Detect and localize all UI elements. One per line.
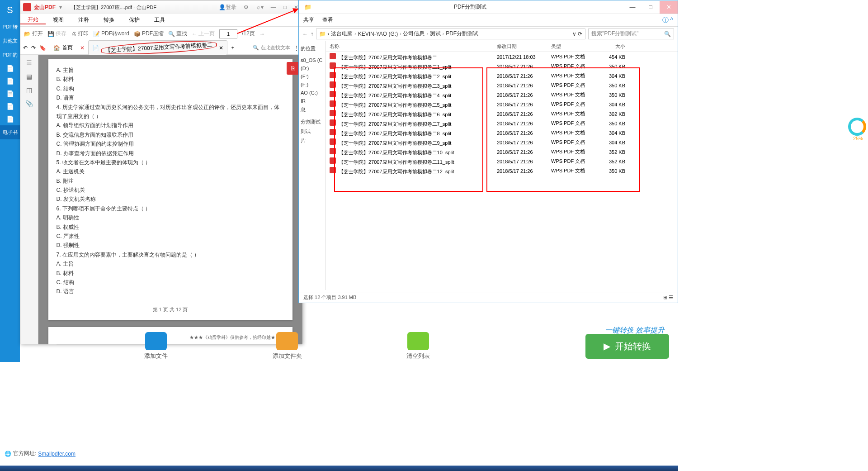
print-button[interactable]: 🖨打印	[71, 30, 89, 38]
tree-item[interactable]: (D:)	[301, 64, 324, 72]
tab-home[interactable]: 🏠首页	[50, 43, 76, 53]
add-folder-button[interactable]: 添加文件夹	[222, 332, 353, 360]
col-type: 类型	[547, 41, 597, 52]
text-line: D. 发文机关名称	[57, 195, 284, 204]
tab-document[interactable]: 📄 【芝士学院】27007应用文写作考前模拟卷二 ✕	[88, 40, 227, 55]
text-line: C. 结构	[57, 84, 284, 93]
help-icon[interactable]: ⓘ ^	[662, 16, 673, 24]
tree-item[interactable]: (F:)	[301, 81, 324, 89]
undo-icon[interactable]: ↶	[23, 45, 28, 51]
official-url[interactable]: Smallpdfer.com	[38, 451, 75, 457]
minimize-button[interactable]: —	[623, 1, 642, 14]
tab-share[interactable]: 共享	[303, 16, 314, 24]
text-line: B. 材料	[57, 75, 284, 84]
breadcrumb[interactable]: 📁 › 这台电脑› KEVIN-YAO (G:)› 公司信息› 测试› PDF分…	[316, 29, 585, 39]
sidebar-item[interactable]: PDF的	[0, 48, 20, 62]
settings-icon[interactable]: ⚙	[240, 4, 252, 10]
bookmark-icon[interactable]: 🔖	[39, 45, 46, 51]
text-line: 7. 在应用文的内容要素中，主要解决言之有物问题的是（ ）	[57, 250, 284, 259]
menu-annot[interactable]: 注释	[71, 16, 96, 24]
dropdown-icon[interactable]: ▾	[59, 4, 62, 10]
page-input[interactable]	[219, 29, 237, 38]
perf-gauge[interactable]: 25%	[848, 118, 868, 145]
pdf-page-1: A. 主旨B. 材料C. 结构D. 语言4. 历史学家通过查阅历史长河的公务文书…	[48, 59, 292, 320]
taskbar[interactable]	[0, 466, 678, 471]
tree-item[interactable]: (E:)	[301, 72, 324, 81]
add-tab-icon[interactable]: +	[231, 45, 234, 51]
sidebar-item[interactable]: 其他文	[0, 34, 20, 48]
pdf-icon[interactable]: 📄	[0, 113, 20, 125]
skin-icon[interactable]: ☼▾	[252, 4, 267, 10]
menu-protect[interactable]: 保护	[122, 16, 147, 24]
open-button[interactable]: 📂打开	[24, 30, 43, 38]
add-file-button[interactable]: 添加文件	[90, 332, 222, 360]
search-input[interactable]: 搜索"PDF分割测试"🔍	[588, 29, 674, 39]
pdf-file-icon	[330, 119, 336, 126]
pdf-to-word-button[interactable]: 📝PDF转word	[93, 30, 129, 38]
save-button[interactable]: 💾保存	[47, 30, 66, 38]
attach-icon[interactable]: 📎	[25, 100, 33, 107]
titlebar: 金山PDF ▾ 【芝士学院】27007应....pdf - 金山PDF 👤登录 …	[20, 0, 302, 14]
outline-icon[interactable]: ▤	[26, 73, 32, 80]
sidebar-item-ebook[interactable]: 电子书	[0, 125, 20, 139]
tree-item[interactable]: AO (G:)	[301, 89, 324, 97]
tree-item[interactable]: 的位置	[301, 44, 324, 53]
prev-page-button[interactable]: ←上一页	[192, 30, 215, 38]
tree-item[interactable]: 则试	[301, 127, 324, 136]
text-line: A. 主旨	[57, 259, 284, 268]
compress-button[interactable]: 📦PDF压缩	[134, 30, 164, 38]
menu-tools[interactable]: 工具	[147, 16, 172, 24]
find-button[interactable]: 🔍查找	[168, 30, 187, 38]
redo-icon[interactable]: ↷	[31, 45, 36, 51]
pdf-icon[interactable]: 📄	[0, 75, 20, 87]
tabbar: ↶ ↷ 🔖 🏠首页 ✕ 📄 【芝士学院】27007应用文写作考前模拟卷二 ✕ +…	[20, 41, 302, 55]
close-tab-icon[interactable]: ✕	[219, 45, 223, 51]
minimize-button[interactable]: —	[267, 4, 280, 10]
menu-start[interactable]: 开始	[20, 16, 46, 24]
pdf-file-icon	[330, 157, 336, 164]
pdf-file-icon	[330, 72, 336, 78]
sidebar-item[interactable]: PDF转	[0, 20, 20, 34]
layers-icon[interactable]: ◫	[26, 86, 32, 94]
up-icon[interactable]: ↑	[311, 31, 313, 37]
start-convert-button[interactable]: ▶ 开始转换	[585, 334, 669, 359]
login-button[interactable]: 👤登录	[215, 4, 240, 11]
pdf-reader-window: 金山PDF ▾ 【芝士学院】27007应....pdf - 金山PDF 👤登录 …	[20, 0, 302, 344]
pdf-icon[interactable]: 📄	[0, 87, 20, 100]
close-tab-icon[interactable]: ✕	[80, 45, 85, 51]
next-page-icon[interactable]: →	[259, 31, 265, 37]
float-tool-icon[interactable]: ⎘	[287, 62, 299, 75]
app-logo-icon: S	[0, 0, 20, 20]
text-line: A. 明确性	[57, 213, 284, 222]
tree-item[interactable]: 片	[301, 136, 324, 146]
maximize-button[interactable]: □	[280, 4, 290, 10]
folder-tree[interactable]: 的位置s8_OS (C(D:)(E:)(F:)AO (G:)IR息分割测试则试片	[299, 41, 326, 290]
tree-item[interactable]: s8_OS (C	[301, 56, 324, 64]
maximize-button[interactable]: □	[642, 1, 660, 14]
tree-item[interactable]: IR	[301, 97, 324, 105]
page-viewport[interactable]: A. 主旨B. 材料C. 结构D. 语言4. 历史学家通过查阅历史长河的公务文书…	[38, 55, 302, 344]
clear-list-button[interactable]: 清空列表	[353, 332, 484, 360]
menu-convert[interactable]: 转换	[96, 16, 122, 24]
column-headers[interactable]: 名称 修改日期 类型 大小	[326, 41, 678, 52]
close-button[interactable]: ✕	[660, 1, 678, 14]
text-line: B. 交流信息方面的知照联系作用	[57, 130, 284, 139]
pdf-icon[interactable]: 📄	[0, 62, 20, 75]
thumbs-icon[interactable]: ☰	[26, 59, 32, 67]
pdf-file-icon	[330, 53, 336, 59]
page-footer: 第 1 页 共 12 页	[57, 305, 284, 314]
tree-item[interactable]: 分割测试	[301, 117, 324, 127]
text-line: 4. 历史学家通过查阅历史长河的公务文书，对历史作出客观公正的评价，还历史本来面…	[57, 103, 284, 121]
tree-item[interactable]: 息	[301, 105, 324, 114]
text-line: D. 办事查考方面的依据凭证作用	[57, 149, 284, 158]
text-line: C. 结构	[57, 278, 284, 287]
text-line: C. 严肃性	[57, 232, 284, 241]
view-icons[interactable]: ⊞ ☰	[663, 295, 673, 300]
text-line: 5. 收文者在文本中最主要的体现为（ ）	[57, 158, 284, 167]
search-input[interactable]: 🔍 点此查找文本	[253, 44, 290, 51]
pdf-icon[interactable]: 📄	[0, 100, 20, 113]
file-row[interactable]: 【芝士学院】27007应用文写作考前模拟卷二12_split2018/5/17 …	[326, 166, 678, 176]
back-icon[interactable]: ←	[302, 31, 308, 37]
tab-view[interactable]: 查看	[322, 16, 333, 24]
menu-view[interactable]: 视图	[46, 16, 71, 24]
